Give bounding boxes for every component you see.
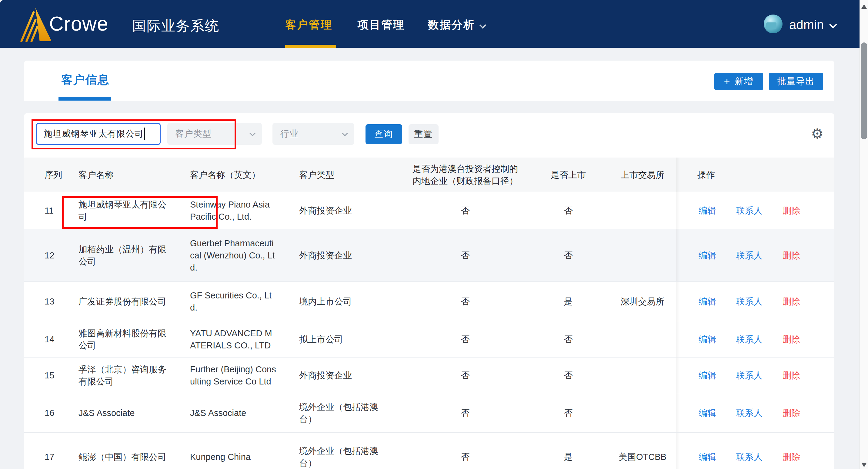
brand-name: Crowe: [49, 12, 108, 35]
tab-customer-management[interactable]: 客户管理: [285, 18, 333, 32]
cell-seq-text: 14: [44, 333, 54, 345]
chevron-down-icon: [342, 130, 348, 136]
cell-customer-type: 外商投资企业: [299, 357, 403, 393]
cell-listed: 是: [527, 282, 609, 321]
contacts-link[interactable]: 联系人: [736, 205, 763, 217]
contacts-link[interactable]: 联系人: [736, 407, 763, 419]
scroll-up-arrow-icon[interactable]: [861, 4, 867, 9]
cell-seq-text: 16: [44, 407, 54, 419]
edit-link[interactable]: 编辑: [699, 205, 716, 217]
cell-listed-text: 否: [564, 369, 573, 381]
cell-customer-name-en-text: YATU ADVANCED MATERIALS CO., LTD: [190, 327, 277, 351]
tab-data-analysis-label: 数据分析: [428, 19, 475, 31]
cell-seq: 15: [24, 357, 79, 393]
page-title: 客户信息: [61, 72, 110, 88]
cell-hmt-controlled-text: 否: [461, 369, 470, 381]
page-title-underline: [59, 97, 111, 101]
cell-customer-type-text: 境外企业（包括港澳台）: [299, 401, 378, 425]
cell-actions: 编辑联系人删除: [676, 321, 834, 357]
cell-customer-type: 境外企业（包括港澳台）: [299, 393, 403, 432]
cell-listed-text: 否: [564, 407, 573, 419]
plus-icon: +: [724, 76, 731, 88]
cell-customer-type: 外商投资企业: [299, 192, 403, 229]
tab-project-management[interactable]: 项目管理: [358, 18, 405, 32]
username[interactable]: admin: [789, 18, 824, 32]
cell-listed: 否: [527, 321, 609, 357]
edit-link[interactable]: 编辑: [699, 407, 716, 419]
cell-customer-name-en-text: Kunpeng China: [190, 451, 251, 463]
cell-customer-type: 外商投资企业: [299, 229, 403, 281]
customer-name-input[interactable]: 施坦威钢琴亚太有限公司: [36, 123, 161, 145]
cell-customer-type-text: 外商投资企业: [299, 205, 352, 217]
scrollbar-thumb[interactable]: [861, 42, 867, 139]
delete-link[interactable]: 删除: [782, 451, 800, 463]
delete-link[interactable]: 删除: [782, 295, 800, 308]
contacts-link[interactable]: 联系人: [736, 451, 763, 463]
cell-hmt-controlled-text: 否: [461, 205, 470, 217]
industry-select[interactable]: 行业: [273, 123, 354, 145]
cell-customer-name-en-text: Further (Beijing) Consulting Service Co …: [190, 363, 277, 387]
contacts-link[interactable]: 联系人: [736, 369, 763, 381]
cell-seq: 17: [24, 433, 79, 469]
edit-link[interactable]: 编辑: [699, 451, 716, 463]
chevron-down-icon: [479, 22, 487, 29]
cell-customer-name-en-text: Guerbet Pharmaceutical (Wenzhou) Co., Lt…: [190, 237, 277, 274]
cell-listed-text: 否: [564, 333, 573, 345]
cell-exchange: [609, 192, 676, 229]
cell-seq: 13: [24, 282, 79, 321]
reset-button[interactable]: 重置: [408, 124, 438, 144]
cell-actions: 编辑联系人删除: [676, 433, 834, 469]
cell-seq-text: 15: [44, 369, 54, 381]
user-chevron-down-icon[interactable]: [829, 21, 837, 28]
delete-link[interactable]: 删除: [782, 369, 800, 381]
cell-seq: 16: [24, 393, 79, 432]
cell-customer-name-en: Guerbet Pharmaceutical (Wenzhou) Co., Lt…: [190, 229, 299, 281]
cell-customer-name-en-text: J&S Associate: [190, 407, 246, 419]
system-name: 国际业务系统: [132, 17, 219, 35]
cell-actions: 编辑联系人删除: [676, 192, 834, 229]
add-button[interactable]: + 新增: [714, 73, 763, 90]
cell-customer-name-en: GF Securities Co., Ltd.: [190, 282, 299, 321]
gear-icon[interactable]: ⚙: [811, 127, 824, 140]
cell-customer-type-text: 境外企业（包括港澳台）: [299, 445, 378, 469]
contacts-link[interactable]: 联系人: [736, 333, 763, 345]
cell-customer-type-text: 境内上市公司: [299, 295, 352, 308]
col-header-type: 客户类型: [299, 158, 403, 192]
tab-data-analysis[interactable]: 数据分析: [428, 18, 484, 32]
table-row: 17鲲澎（中国）有限公司Kunpeng China境外企业（包括港澳台）否是美国…: [24, 433, 834, 469]
cell-listed-text: 否: [564, 205, 573, 217]
contacts-link[interactable]: 联系人: [736, 295, 763, 308]
cell-customer-name-en: Kunpeng China: [190, 433, 299, 469]
cell-listed: 否: [527, 192, 609, 229]
cell-customer-type-text: 外商投资企业: [299, 249, 352, 261]
cell-customer-name: 广发证券股份有限公司: [79, 282, 190, 321]
table-header-row: 序列 客户名称 客户名称（英文） 客户类型 是否为港澳台投资者控制的内地企业（财…: [24, 158, 834, 192]
cell-customer-name-text: 施坦威钢琴亚太有限公司: [79, 198, 167, 223]
cell-listed: 否: [527, 229, 609, 281]
contacts-link[interactable]: 联系人: [736, 249, 763, 261]
col-header-name: 客户名称: [79, 158, 190, 192]
delete-link[interactable]: 删除: [782, 249, 800, 261]
cell-hmt-controlled: 否: [403, 433, 527, 469]
customer-type-select[interactable]: 客户类型: [167, 123, 262, 145]
cell-exchange: 美国OTCBB: [609, 433, 676, 469]
batch-export-button[interactable]: 批量导出: [769, 73, 823, 90]
col-header-hmt-controlled: 是否为港澳台投资者控制的内地企业（财政报备口径）: [403, 158, 527, 192]
delete-link[interactable]: 删除: [782, 333, 800, 345]
col-header-seq: 序列: [24, 158, 79, 192]
scroll-down-arrow-icon[interactable]: [861, 463, 867, 467]
cell-customer-name-en-text: Steinway Piano Asia Pacific Co., Ltd.: [190, 198, 277, 223]
customer-table: 序列 客户名称 客户名称（英文） 客户类型 是否为港澳台投资者控制的内地企业（财…: [24, 158, 834, 469]
edit-link[interactable]: 编辑: [699, 249, 716, 261]
avatar[interactable]: [764, 14, 782, 33]
customer-type-placeholder: 客户类型: [175, 128, 250, 140]
edit-link[interactable]: 编辑: [699, 295, 716, 308]
vertical-scrollbar[interactable]: [860, 0, 868, 469]
cell-listed-text: 是: [564, 451, 573, 463]
edit-link[interactable]: 编辑: [699, 333, 716, 345]
delete-link[interactable]: 删除: [782, 205, 800, 217]
edit-link[interactable]: 编辑: [699, 369, 716, 381]
cell-actions: 编辑联系人删除: [676, 282, 834, 321]
search-button[interactable]: 查询: [366, 124, 402, 144]
delete-link[interactable]: 删除: [782, 407, 800, 419]
